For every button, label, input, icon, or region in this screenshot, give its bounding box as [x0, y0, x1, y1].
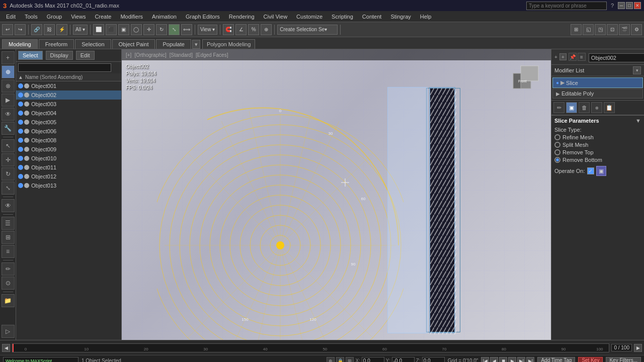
set-key-button[interactable]: Set Key	[578, 357, 603, 363]
global-search-input[interactable]	[526, 2, 607, 10]
move-button[interactable]: ✛	[143, 24, 154, 35]
y-coord-field[interactable]	[392, 357, 415, 362]
knife-tool[interactable]: ⊙	[2, 277, 15, 290]
remove-top-radio-dot[interactable]	[554, 149, 560, 155]
select-region-button[interactable]: ⬛	[106, 24, 117, 35]
menu-help[interactable]: Help	[416, 13, 436, 21]
table-row[interactable]: Object011	[16, 163, 121, 172]
maxscript-console[interactable]: Welcome to MAXScript.	[3, 357, 78, 363]
options-icon[interactable]: ≡	[578, 53, 586, 61]
modify-tool[interactable]: ⊕	[2, 65, 15, 78]
remove-bottom-radio[interactable]: Remove Bottom	[554, 157, 641, 163]
go-end-button[interactable]: ▶|	[526, 357, 534, 363]
polygon-modeling-subtab[interactable]: Polygon Modeling	[202, 39, 255, 49]
menu-views[interactable]: Views	[67, 13, 90, 21]
modifier-item-slice[interactable]: ● ▶ Slice	[552, 77, 643, 88]
timeline-track[interactable]: 0 10 20 30 40 50 60 70 80 90 100	[12, 343, 609, 352]
bind-button[interactable]: ⚡	[56, 24, 67, 35]
menu-tools[interactable]: Tools	[21, 13, 42, 21]
percent-snap-button[interactable]: %	[248, 24, 259, 35]
add-time-tag-button[interactable]: Add Time Tag	[537, 357, 575, 363]
select-lt-tool[interactable]: ↖	[2, 139, 15, 152]
rotate-lt-tool[interactable]: ↻	[2, 167, 15, 180]
operate-square-btn[interactable]: ▣	[596, 166, 606, 176]
close-button[interactable]: ✕	[634, 2, 641, 9]
select-filter-button[interactable]: Select	[18, 51, 43, 60]
scene-search-input[interactable]	[18, 63, 111, 72]
split-mesh-radio[interactable]: Split Mesh	[554, 142, 641, 148]
menu-stingray[interactable]: Stingray	[386, 13, 415, 21]
slice-params-collapse-icon[interactable]: ▼	[635, 118, 641, 124]
display-tool[interactable]: 👁	[2, 108, 15, 121]
eye-icon[interactable]: 👁	[2, 199, 15, 212]
menu-create[interactable]: Create	[91, 13, 115, 21]
table-row[interactable]: Object010	[16, 154, 121, 163]
select-circle-button[interactable]: ◯	[131, 24, 142, 35]
object-name-field[interactable]	[589, 53, 644, 62]
folder-icon[interactable]: 📁	[2, 294, 15, 307]
mirror-button[interactable]: ⟺	[181, 24, 192, 35]
refine-mesh-radio[interactable]: Refine Mesh	[554, 134, 641, 140]
tab-options[interactable]: ▾	[192, 40, 200, 49]
viewport-3-button[interactable]: ⊡	[607, 24, 618, 35]
detail-view-btn[interactable]: ≡	[2, 245, 15, 258]
next-frame-button[interactable]: ▶|	[517, 357, 525, 363]
select-button[interactable]: ⬜	[93, 24, 104, 35]
viewport-shading[interactable]: [Standard]	[170, 52, 193, 58]
timeline-prev-button[interactable]: ◀	[2, 344, 10, 352]
play-icon[interactable]: ▷	[2, 325, 15, 338]
menu-rendering[interactable]: Rendering	[225, 13, 259, 21]
x-coord-field[interactable]	[362, 357, 384, 362]
render-settings-button[interactable]: ⚙	[631, 24, 642, 35]
play-button[interactable]: ▶	[508, 357, 516, 363]
menu-edit[interactable]: Edit	[2, 13, 20, 21]
z-coord-field[interactable]	[422, 357, 445, 362]
filter-dropdown[interactable]: All ▾	[73, 25, 88, 35]
scene-search-box[interactable]	[18, 63, 123, 72]
refine-mesh-radio-dot[interactable]	[554, 134, 560, 140]
list-view-btn[interactable]: ☰	[2, 217, 15, 230]
tab-modeling[interactable]: Modeling	[2, 39, 38, 49]
scale-button[interactable]: ⤡	[169, 24, 180, 35]
table-row[interactable]: Object003	[16, 100, 121, 109]
grid-view-btn[interactable]: ⊞	[2, 231, 15, 244]
link-button[interactable]: 🔗	[31, 24, 42, 35]
table-row[interactable]: Object006	[16, 127, 121, 136]
named-selection-dropdown[interactable]: Create Selection Se▾	[277, 25, 338, 35]
table-row[interactable]: Object009	[16, 145, 121, 154]
modifier-list-dropdown[interactable]: ▾	[633, 66, 641, 74]
angle-snap-button[interactable]: ∠	[235, 24, 247, 35]
table-row[interactable]: Object005	[16, 118, 121, 127]
paint-tool[interactable]: ✏	[2, 262, 15, 276]
menu-civil-view[interactable]: Civil View	[260, 13, 291, 21]
modifier-on-icon[interactable]: ▣	[566, 102, 577, 113]
render-button[interactable]: 🎬	[619, 24, 630, 35]
minimize-button[interactable]: ─	[618, 2, 625, 9]
coord-icon[interactable]: ⊞	[346, 357, 354, 363]
viewport-1-button[interactable]: ◱	[583, 24, 594, 35]
lock-icon[interactable]: 🔒	[336, 357, 344, 363]
stop-button[interactable]: ⏹	[499, 357, 507, 363]
pencil-icon[interactable]: ✏	[553, 102, 565, 113]
utilities-tool[interactable]: 🔧	[2, 122, 15, 135]
settings-icon[interactable]: ⎈	[591, 102, 602, 113]
redo-button[interactable]: ↪	[15, 24, 26, 35]
copy-modifier-icon[interactable]: 📋	[604, 102, 615, 113]
undo-button[interactable]: ↩	[2, 24, 13, 35]
select-rect-button[interactable]: ▣	[118, 24, 129, 35]
display-filter-button[interactable]: Display	[46, 51, 73, 60]
split-mesh-radio-dot[interactable]	[554, 142, 560, 148]
tab-populate[interactable]: Populate	[156, 39, 191, 49]
snap-button[interactable]: 🧲	[223, 24, 234, 35]
tab-object-paint[interactable]: Object Paint	[112, 39, 155, 49]
move-lt-tool[interactable]: ✛	[2, 153, 15, 166]
viewport[interactable]: [+] [Orthographic] [Standard] [Edged Fac…	[122, 49, 551, 340]
table-row[interactable]: Object001	[16, 81, 121, 90]
timeline-next-button[interactable]: ▶	[634, 344, 642, 352]
viewport-projection[interactable]: [Orthographic]	[134, 52, 166, 58]
viewport-edges[interactable]: [Edged Faces]	[196, 52, 228, 58]
menu-content[interactable]: Content	[358, 13, 386, 21]
menu-graph-editors[interactable]: Graph Editors	[182, 13, 224, 21]
tab-selection[interactable]: Selection	[75, 39, 111, 49]
edit-filter-button[interactable]: Edit	[76, 51, 95, 60]
